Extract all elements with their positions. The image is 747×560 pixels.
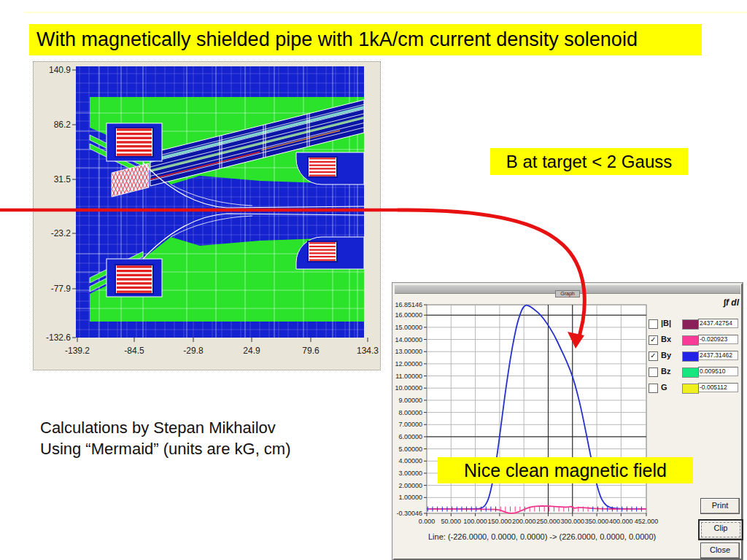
legend-row-bz: Bz0.009510	[649, 367, 740, 378]
slide-title: With magnetically shielded pipe with 1kA…	[29, 24, 702, 55]
svg-text:350.000: 350.000	[585, 518, 609, 525]
svg-text:5.00000: 5.00000	[398, 446, 422, 453]
window-title: Graph	[555, 290, 579, 298]
svg-text:400.000: 400.000	[609, 518, 633, 525]
integral-value-by[interactable]: 2437.31462	[698, 351, 738, 360]
svg-text:8.00000: 8.00000	[398, 409, 422, 416]
credit-line-1: Calculations by Stepan Mikhailov	[40, 417, 291, 438]
svg-text:-139.2: -139.2	[65, 346, 90, 356]
svg-text:12.00000: 12.00000	[395, 360, 422, 368]
legend-label-b: |B|	[661, 319, 671, 327]
legend-label-bz: Bz	[661, 367, 670, 376]
svg-text:150.000: 150.000	[488, 518, 512, 525]
magnet-cross-section-panel: 140.986.231.5-23.2-77.9-132.6-139.2-84.5…	[33, 61, 381, 370]
svg-text:86.2: 86.2	[54, 120, 71, 130]
svg-text:79.6: 79.6	[302, 346, 320, 356]
color-swatch-by	[682, 351, 699, 362]
b-at-target-label: B at target < 2 Gauss	[490, 148, 688, 175]
svg-text:100.000: 100.000	[463, 518, 487, 525]
svg-text:13.00000: 13.00000	[395, 348, 422, 355]
magnet-cross-section-plot: 140.986.231.5-23.2-77.9-132.6-139.2-84.5…	[34, 62, 380, 370]
line-status-text: Line: (-226.0000, 0.0000, 0.0000) -> (22…	[428, 532, 656, 541]
svg-text:-132.6: -132.6	[46, 332, 71, 343]
svg-text:16.85146: 16.85146	[395, 301, 422, 308]
svg-text:9.00000: 9.00000	[398, 397, 422, 404]
svg-text:7.00000: 7.00000	[398, 421, 422, 428]
legend-row-b: |B|2437.42754	[649, 319, 740, 330]
clip-button[interactable]: Clip	[698, 519, 743, 540]
svg-text:134.3: 134.3	[357, 346, 379, 356]
svg-text:300.000: 300.000	[561, 518, 585, 525]
svg-text:11.00000: 11.00000	[395, 373, 422, 380]
focus-rect	[701, 522, 740, 537]
integral-value-bx[interactable]: -0.020923	[698, 335, 738, 344]
print-button-label: Print	[701, 499, 739, 513]
checkbox-b[interactable]	[649, 319, 658, 329]
svg-text:-23.2: -23.2	[51, 228, 71, 238]
slide: With magnetically shielded pipe with 1kA…	[0, 0, 747, 560]
legend-header: ∫f dl	[649, 298, 747, 308]
svg-text:1.00000: 1.00000	[398, 494, 422, 501]
svg-text:15.00000: 15.00000	[395, 324, 422, 331]
svg-text:31.5: 31.5	[54, 174, 71, 184]
legend-row-g: G-0.005112	[649, 383, 740, 394]
legend-row-by: ✓By2437.31462	[649, 351, 740, 362]
print-button[interactable]: Print	[700, 498, 740, 514]
legend-row-bx: ✓Bx-0.020923	[649, 335, 740, 346]
svg-text:6.00000: 6.00000	[398, 433, 422, 440]
svg-text:10.00000: 10.00000	[395, 384, 422, 392]
checkbox-bx[interactable]: ✓	[649, 335, 658, 345]
close-button[interactable]: Close	[700, 542, 740, 559]
window-titlebar[interactable]: Graph	[395, 285, 740, 294]
color-swatch-b	[682, 319, 699, 330]
svg-text:50.000: 50.000	[441, 518, 462, 525]
color-swatch-bz	[682, 368, 699, 378]
credit-line-2: Using “Mermaid” (units are kG, cm)	[40, 438, 291, 459]
color-swatch-g	[682, 384, 699, 394]
svg-text:-29.8: -29.8	[183, 346, 204, 356]
svg-text:200.000: 200.000	[512, 518, 536, 525]
graph-window: 16.8514616.0000015.0000014.0000013.00000…	[392, 283, 743, 560]
svg-text:-0.30046: -0.30046	[396, 510, 422, 517]
legend-label-bx: Bx	[661, 335, 671, 343]
legend-label-by: By	[661, 351, 671, 359]
checkbox-bz[interactable]	[649, 368, 658, 377]
credit-text: Calculations by Stepan Mikhailov Using “…	[40, 417, 291, 459]
checkbox-g[interactable]	[649, 384, 658, 393]
svg-text:140.9: 140.9	[49, 65, 71, 75]
svg-text:250.000: 250.000	[536, 518, 560, 525]
checkbox-by[interactable]: ✓	[649, 351, 658, 361]
svg-text:2.00000: 2.00000	[398, 482, 422, 489]
legend-label-g: G	[661, 383, 667, 392]
close-button-label: Close	[701, 543, 739, 557]
integral-value-b[interactable]: 2437.42754	[698, 319, 738, 328]
svg-text:16.00000: 16.00000	[395, 311, 422, 319]
svg-text:3.00000: 3.00000	[398, 470, 422, 477]
integral-value-bz[interactable]: 0.009510	[698, 367, 738, 376]
svg-text:0.000: 0.000	[419, 518, 436, 525]
top-accent-line	[24, 12, 747, 13]
svg-text:-77.9: -77.9	[51, 284, 71, 294]
svg-text:24.9: 24.9	[243, 346, 260, 356]
svg-text:-84.5: -84.5	[124, 346, 144, 356]
color-swatch-bx	[682, 335, 699, 346]
svg-text:452.000: 452.000	[635, 518, 659, 525]
integral-value-g[interactable]: -0.005112	[698, 383, 738, 392]
svg-text:4.00000: 4.00000	[398, 457, 422, 464]
svg-text:14.00000: 14.00000	[395, 336, 422, 343]
nice-clean-field-label: Nice clean magnetic field	[438, 457, 693, 483]
